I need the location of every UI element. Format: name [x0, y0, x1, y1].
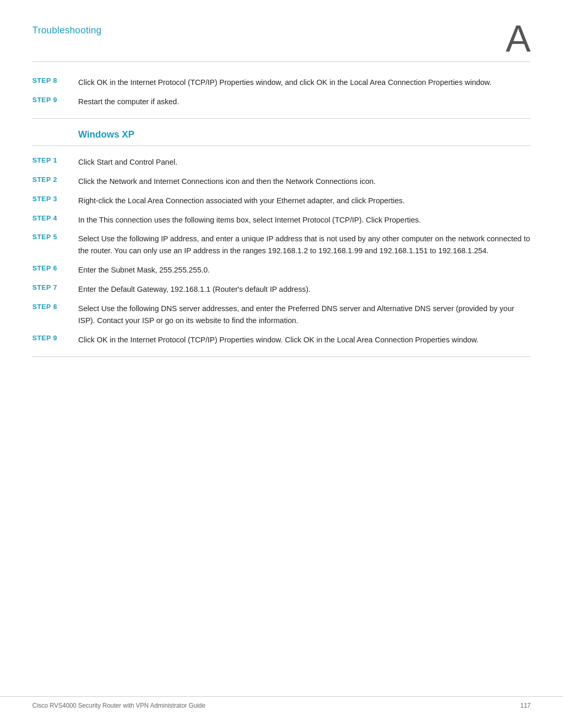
step-wx-8: STEP 8 Select Use the following DNS serv… — [32, 303, 531, 327]
wx-step-label-8: STEP — [32, 303, 51, 311]
step-label-8: STEP — [32, 77, 51, 84]
footer-right: 117 — [520, 702, 531, 709]
wx-step-num-5: 5 — [53, 233, 57, 241]
wx-step-label-9: STEP — [32, 334, 51, 342]
wx-step-text-9: Click OK in the Internet Protocol (TCP/I… — [78, 334, 531, 346]
wx-step-label-4: STEP — [32, 214, 51, 222]
windows-xp-section: Windows XP — [32, 129, 531, 140]
wx-step-text-7: Enter the Default Gateway, 192.168.1.1 (… — [78, 283, 531, 295]
step-wx-9: STEP 9 Click OK in the Internet Protocol… — [32, 334, 531, 346]
page-footer: Cisco RVS4000 Security Router with VPN A… — [0, 696, 563, 709]
page-header: Troubleshooting A — [0, 0, 563, 57]
wx-step-text-8: Select Use the following DNS server addr… — [78, 303, 531, 327]
wx-step-text-6: Enter the Subnet Mask, 255.255.255.0. — [78, 264, 531, 276]
step-text-8: Click OK in the Internet Protocol (TCP/I… — [78, 77, 531, 89]
windows-xp-heading: Windows XP — [78, 129, 531, 140]
wx-step-label-1: STEP — [32, 156, 51, 164]
wx-step-label-2: STEP — [32, 176, 51, 183]
wx-step-num-3: 3 — [53, 195, 57, 203]
wx-step-text-3: Right-click the Local Area Connection as… — [78, 195, 531, 207]
wx-step-num-1: 1 — [53, 156, 57, 164]
main-content: STEP 8 Click OK in the Internet Protocol… — [0, 62, 563, 357]
wx-step-text-5: Select Use the following IP address, and… — [78, 233, 531, 257]
appendix-letter: A — [506, 20, 531, 57]
wx-step-num-2: 2 — [53, 176, 57, 183]
wx-step-label-3: STEP — [32, 195, 51, 203]
wx-step-num-8: 8 — [53, 303, 57, 311]
wx-step-label-5: STEP — [32, 233, 51, 241]
wx-step-num-7: 7 — [53, 283, 57, 291]
step-wx-6: STEP 6 Enter the Subnet Mask, 255.255.25… — [32, 264, 531, 276]
step-wx-3: STEP 3 Right-click the Local Area Connec… — [32, 195, 531, 207]
step-label-9: STEP — [32, 96, 51, 104]
intro-steps: STEP 8 Click OK in the Internet Protocol… — [32, 77, 531, 108]
windows-xp-heading-rule — [32, 145, 531, 146]
wx-step-label-6: STEP — [32, 264, 51, 272]
step-wx-4: STEP 4 In the This connection uses the f… — [32, 214, 531, 226]
step-wx-2: STEP 2 Click the Network and Internet Co… — [32, 176, 531, 188]
page-container: Troubleshooting A STEP 8 Click OK in the… — [0, 0, 563, 728]
end-divider — [32, 356, 531, 357]
step-intro-8: STEP 8 Click OK in the Internet Protocol… — [32, 77, 531, 89]
step-wx-5: STEP 5 Select Use the following IP addre… — [32, 233, 531, 257]
step-wx-1: STEP 1 Click Start and Control Panel. — [32, 156, 531, 168]
windows-xp-steps: STEP 1 Click Start and Control Panel. ST… — [32, 156, 531, 346]
step-num-8: 8 — [53, 77, 57, 84]
pre-windows-divider — [32, 118, 531, 119]
wx-step-num-6: 6 — [53, 264, 57, 272]
header-title: Troubleshooting — [32, 25, 102, 36]
footer-left: Cisco RVS4000 Security Router with VPN A… — [32, 702, 205, 709]
wx-step-text-2: Click the Network and Internet Connectio… — [78, 176, 531, 188]
step-num-9: 9 — [53, 96, 57, 104]
wx-step-num-9: 9 — [53, 334, 57, 342]
wx-step-label-7: STEP — [32, 283, 51, 291]
wx-step-num-4: 4 — [53, 214, 57, 222]
wx-step-text-1: Click Start and Control Panel. — [78, 156, 531, 168]
step-text-9: Restart the computer if asked. — [78, 96, 531, 108]
step-wx-7: STEP 7 Enter the Default Gateway, 192.16… — [32, 283, 531, 295]
step-intro-9: STEP 9 Restart the computer if asked. — [32, 96, 531, 108]
wx-step-text-4: In the This connection uses the followin… — [78, 214, 531, 226]
